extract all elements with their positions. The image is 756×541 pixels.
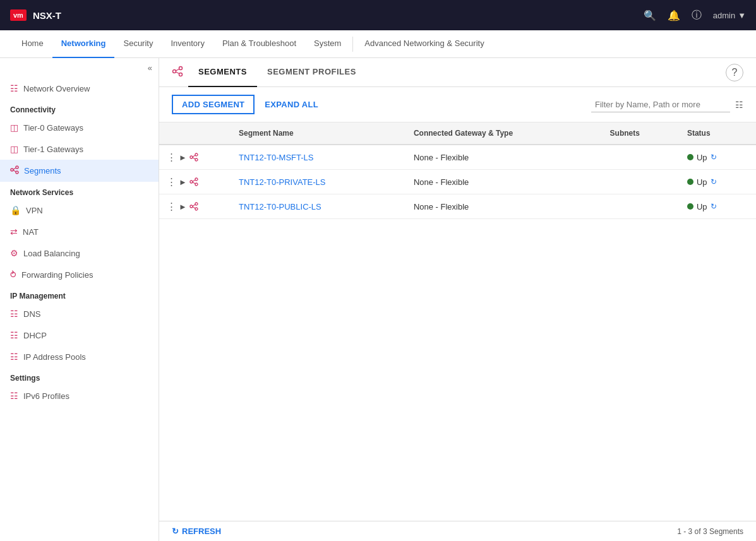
table-footer: ↻ REFRESH 1 - 3 of 3 Segments bbox=[159, 521, 756, 541]
segment-icon bbox=[189, 177, 198, 186]
segment-icon bbox=[189, 202, 198, 211]
svg-line-18 bbox=[193, 180, 195, 182]
segment-name-link[interactable]: TNT12-T0-PUBLIC-LS bbox=[239, 202, 321, 211]
navbar: Home Networking Security Inventory Plan … bbox=[0, 30, 756, 58]
segment-name-link[interactable]: TNT12-T0-PRIVATE-LS bbox=[239, 177, 325, 187]
filter-icon[interactable]: ☷ bbox=[735, 100, 743, 110]
svg-line-3 bbox=[13, 168, 16, 170]
row-actions: ⋮ ► bbox=[167, 201, 224, 212]
fp-icon: ⥁ bbox=[10, 270, 16, 280]
help-icon[interactable]: ? bbox=[726, 64, 743, 81]
gateway-cell: None - Flexible bbox=[406, 145, 603, 170]
table-row: ⋮ ► bbox=[159, 194, 756, 219]
expand-icon[interactable]: ► bbox=[179, 153, 187, 162]
sidebar-item-label: Network Overview bbox=[23, 84, 90, 93]
user-menu[interactable]: admin ▼ bbox=[713, 11, 746, 20]
svg-point-17 bbox=[195, 183, 198, 186]
sidebar-collapse-btn[interactable]: « bbox=[0, 58, 159, 78]
topbar-icons: 🔍 🔔 ⓘ admin ▼ bbox=[644, 9, 746, 22]
svg-point-10 bbox=[190, 156, 193, 158]
svg-point-15 bbox=[190, 181, 193, 183]
sidebar-item-network-overview[interactable]: ☷ Network Overview bbox=[0, 78, 159, 99]
sidebar-item-label: NAT bbox=[23, 227, 39, 237]
sidebar-item-tier0[interactable]: ◫ Tier-0 Gateways bbox=[0, 117, 159, 138]
nav-advanced[interactable]: Advanced Networking & Security bbox=[356, 30, 493, 58]
filter-input[interactable] bbox=[591, 97, 730, 112]
tab-bar: SEGMENTS SEGMENT PROFILES ? bbox=[159, 58, 756, 87]
add-segment-button[interactable]: ADD SEGMENT bbox=[172, 95, 255, 114]
refresh-icon: ↻ bbox=[172, 526, 179, 536]
svg-line-9 bbox=[176, 72, 179, 74]
help-icon[interactable]: ⓘ bbox=[692, 9, 702, 22]
sidebar-item-vpn[interactable]: 🔒 VPN bbox=[0, 199, 159, 221]
sidebar-item-label: Segments bbox=[24, 166, 61, 175]
sidebar-item-label: IP Address Pools bbox=[23, 352, 86, 362]
sidebar-group-connectivity: Connectivity bbox=[0, 99, 159, 117]
status-cell: Up ↻ bbox=[687, 177, 748, 187]
sidebar-item-dns[interactable]: ☷ DNS bbox=[0, 303, 159, 324]
main-content: SEGMENTS SEGMENT PROFILES ? ADD SEGMENT … bbox=[159, 58, 756, 541]
sidebar-item-segments[interactable]: Segments bbox=[0, 160, 159, 182]
more-icon[interactable]: ⋮ bbox=[167, 152, 176, 163]
sidebar-item-dhcp[interactable]: ☷ DHCP bbox=[0, 324, 159, 346]
network-overview-icon: ☷ bbox=[10, 83, 18, 93]
sidebar-item-ip-address-pools[interactable]: ☷ IP Address Pools bbox=[0, 346, 159, 367]
expand-icon[interactable]: ► bbox=[179, 177, 187, 187]
sidebar-item-forwarding-policies[interactable]: ⥁ Forwarding Policies bbox=[0, 264, 159, 285]
dhcp-icon: ☷ bbox=[10, 330, 18, 340]
row-refresh-icon[interactable]: ↻ bbox=[711, 177, 717, 186]
refresh-label: REFRESH bbox=[182, 526, 221, 536]
svg-point-7 bbox=[179, 73, 183, 76]
sidebar-item-ipv6-profiles[interactable]: ☷ IPv6 Profiles bbox=[0, 385, 159, 407]
svg-line-19 bbox=[193, 182, 195, 184]
refresh-button[interactable]: ↻ REFRESH bbox=[172, 526, 221, 536]
bell-icon[interactable]: 🔔 bbox=[668, 9, 680, 21]
status-label: Up bbox=[697, 177, 707, 187]
row-refresh-icon[interactable]: ↻ bbox=[711, 153, 717, 162]
vpn-icon: 🔒 bbox=[10, 205, 21, 215]
status-label: Up bbox=[697, 202, 707, 211]
sidebar-item-nat[interactable]: ⇄ NAT bbox=[0, 221, 159, 242]
sidebar-item-lb[interactable]: ⚙ Load Balancing bbox=[0, 242, 159, 264]
nat-icon: ⇄ bbox=[10, 227, 18, 237]
svg-line-4 bbox=[13, 170, 16, 172]
segment-name-link[interactable]: TNT12-T0-MSFT-LS bbox=[239, 153, 313, 162]
svg-point-11 bbox=[195, 153, 198, 156]
expand-icon[interactable]: ► bbox=[179, 202, 187, 211]
segments-table: Segment Name Connected Gateway & Type Su… bbox=[159, 122, 756, 521]
svg-point-22 bbox=[195, 208, 198, 210]
main-layout: « ☷ Network Overview Connectivity ◫ Tier… bbox=[0, 58, 756, 541]
sidebar-item-label: Tier-1 Gateways bbox=[23, 145, 83, 154]
svg-point-1 bbox=[16, 166, 18, 169]
pagination-text: 1 - 3 of 3 Segments bbox=[677, 527, 743, 536]
expand-all-button[interactable]: EXPAND ALL bbox=[265, 100, 318, 109]
more-icon[interactable]: ⋮ bbox=[167, 201, 176, 212]
nav-security[interactable]: Security bbox=[114, 30, 162, 58]
col-subnets: Subnets bbox=[603, 122, 680, 145]
tab-segments[interactable]: SEGMENTS bbox=[188, 58, 257, 87]
svg-point-2 bbox=[16, 171, 18, 174]
collapse-icon: « bbox=[148, 63, 152, 73]
svg-point-12 bbox=[195, 158, 198, 161]
ip-icon: ☷ bbox=[10, 352, 18, 362]
sidebar-item-tier1[interactable]: ◫ Tier-1 Gateways bbox=[0, 138, 159, 160]
search-icon[interactable]: 🔍 bbox=[644, 9, 656, 21]
toolbar: ADD SEGMENT EXPAND ALL ☷ bbox=[159, 87, 756, 122]
sidebar: « ☷ Network Overview Connectivity ◫ Tier… bbox=[0, 58, 159, 541]
app-logo: vm NSX-T bbox=[10, 9, 61, 21]
nav-plan[interactable]: Plan & Troubleshoot bbox=[213, 30, 305, 58]
nav-home[interactable]: Home bbox=[13, 30, 52, 58]
sidebar-group-network-services: Network Services bbox=[0, 182, 159, 199]
user-label: admin bbox=[713, 11, 735, 20]
navbar-separator bbox=[352, 37, 353, 52]
tab-segment-profiles[interactable]: SEGMENT PROFILES bbox=[257, 58, 366, 87]
vm-logo-box: vm bbox=[10, 9, 27, 21]
nav-inventory[interactable]: Inventory bbox=[162, 30, 213, 58]
nav-networking[interactable]: Networking bbox=[52, 30, 115, 58]
nav-system[interactable]: System bbox=[305, 30, 350, 58]
more-icon[interactable]: ⋮ bbox=[167, 176, 176, 187]
sidebar-item-label: IPv6 Profiles bbox=[23, 391, 69, 401]
row-refresh-icon[interactable]: ↻ bbox=[711, 202, 717, 211]
table-row: ⋮ ► bbox=[159, 145, 756, 170]
col-name: Segment Name bbox=[231, 122, 406, 145]
